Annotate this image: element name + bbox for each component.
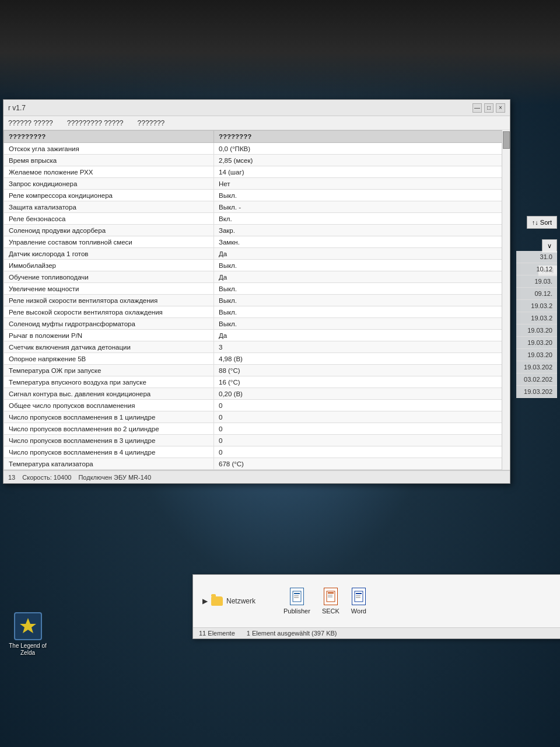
word-icon bbox=[352, 588, 366, 605]
svg-rect-2 bbox=[294, 595, 299, 596]
table-cell-value: Да bbox=[214, 248, 510, 260]
publisher-label: Publisher bbox=[284, 608, 310, 615]
table-cell-parameter: Соленоид муфты гидротрансформатора bbox=[4, 318, 214, 330]
table-cell-value: 678 (°C) bbox=[214, 458, 510, 470]
table-cell-value: Замкн. bbox=[214, 236, 510, 248]
table-body: Отскок угла зажигания0,0 (°ПКВ)Время впр… bbox=[4, 143, 510, 470]
file-manager-status: 11 Elemente 1 Element ausgewählt (397 KB… bbox=[193, 627, 560, 638]
svg-rect-8 bbox=[355, 591, 363, 602]
date-item-9: 19.03.20 bbox=[516, 349, 557, 361]
table-cell-parameter: Реле бензонасоса bbox=[4, 213, 214, 225]
status-speed: 13 bbox=[8, 474, 15, 481]
file-item-seck[interactable]: SECK bbox=[322, 588, 340, 615]
table-cell-parameter: Число пропусков воспламенения в 3 цилинд… bbox=[4, 435, 214, 446]
desktop-icon-zelda[interactable]: The Legend of Zelda bbox=[6, 612, 50, 657]
sort-label: Sort bbox=[540, 219, 552, 226]
file-item-publisher[interactable]: Publisher bbox=[284, 588, 310, 615]
status-connection: Подключен ЭБУ MR-140 bbox=[78, 474, 151, 481]
table-cell-value: 14 (шаг) bbox=[214, 166, 510, 178]
table-cell-value: Выкл. bbox=[214, 295, 510, 306]
table-cell-parameter: Иммобилайзер bbox=[4, 260, 214, 271]
menu-item-2[interactable]: ????????? ????? bbox=[65, 118, 126, 128]
folder-icon bbox=[211, 596, 223, 606]
file-tree-item-netzwerk[interactable]: ▶ Netzwerk bbox=[198, 580, 260, 623]
file-count: 11 Elemente bbox=[199, 630, 235, 637]
table-row: Температура катализатора678 (°C) bbox=[4, 458, 510, 470]
seck-label: SECK bbox=[322, 608, 340, 615]
table-row: Температура ОЖ при запуске88 (°C) bbox=[4, 365, 510, 376]
table-row: Число пропусков воспламенения во 2 цилин… bbox=[4, 423, 510, 435]
table-row: Сигнал контура выс. давления кондиционер… bbox=[4, 388, 510, 400]
menu-item-3[interactable]: ??????? bbox=[135, 118, 167, 128]
table-row: ИммобилайзерВыкл. bbox=[4, 260, 510, 271]
table-cell-parameter: Сигнал контура выс. давления кондиционер… bbox=[4, 388, 214, 400]
table-cell-value: 2,85 (мсек) bbox=[214, 155, 510, 166]
svg-rect-1 bbox=[294, 593, 300, 594]
table-cell-value: 0 bbox=[214, 446, 510, 458]
seck-icon bbox=[324, 588, 338, 605]
table-cell-value: Выкл. bbox=[214, 283, 510, 295]
date-item-7: 19.03.20 bbox=[516, 324, 557, 337]
maximize-button[interactable]: □ bbox=[484, 103, 494, 113]
table-row: Защита катализатораВыкл. - bbox=[4, 201, 510, 213]
table-row: Общее число пропусков воспламенения0 bbox=[4, 400, 510, 411]
table-cell-parameter: Число пропусков воспламенения во 2 цилин… bbox=[4, 423, 214, 435]
file-selected: 1 Element ausgewählt (397 KB) bbox=[247, 630, 337, 637]
date-item-2: 10.12 bbox=[516, 263, 557, 275]
table-row: Соленоид муфты гидротрансформатораВыкл. bbox=[4, 318, 510, 330]
svg-rect-11 bbox=[356, 597, 360, 598]
close-button[interactable]: × bbox=[496, 103, 505, 113]
expand-icon: ▶ bbox=[202, 597, 208, 605]
main-app-window: r v1.7 — □ × ?????? ????? ????????? ????… bbox=[3, 99, 510, 484]
table-cell-parameter: Желаемое положение РХХ bbox=[4, 166, 214, 178]
table-row: Число пропусков воспламенения в 3 цилинд… bbox=[4, 435, 510, 446]
table-cell-value: 16 (°C) bbox=[214, 376, 510, 388]
table-cell-parameter: Реле низкой скорости вентилятора охлажде… bbox=[4, 295, 214, 306]
table-row: Температура впускного воздуха при запуск… bbox=[4, 376, 510, 388]
scrollbar-thumb[interactable] bbox=[503, 131, 510, 149]
table-cell-value: 3 bbox=[214, 341, 510, 353]
table-row: Увеличение мощностиВыкл. bbox=[4, 283, 510, 295]
table-cell-parameter: Температура ОЖ при запуске bbox=[4, 365, 214, 376]
table-row: Реле бензонасосаВкл. bbox=[4, 213, 510, 225]
table-cell-value: 4,98 (В) bbox=[214, 353, 510, 365]
table-cell-parameter: Соленоид продувки адсорбера bbox=[4, 225, 214, 236]
scrollbar[interactable] bbox=[502, 130, 510, 470]
table-row: Число пропусков воспламенения в 4 цилинд… bbox=[4, 446, 510, 458]
date-item-12: 19.03.202 bbox=[516, 386, 557, 398]
table-row: Счетчик включения датчика детонации3 bbox=[4, 341, 510, 353]
table-row: Отскок угла зажигания0,0 (°ПКВ) bbox=[4, 143, 510, 155]
status-bar: 13 Скорость: 10400 Подключен ЭБУ MR-140 bbox=[4, 470, 510, 483]
file-manager-window: ▶ Netzwerk Publisher bbox=[192, 574, 560, 639]
sort-button[interactable]: ↑↓ Sort bbox=[527, 216, 557, 229]
table-cell-parameter: Рычаг в положении P/N bbox=[4, 330, 214, 341]
date-item-4: 09.12. bbox=[516, 288, 557, 300]
table-cell-value: 0 bbox=[214, 435, 510, 446]
date-item-8: 19.03.20 bbox=[516, 337, 557, 349]
word-label: Word bbox=[351, 608, 366, 615]
table-cell-parameter: Запрос кондиционера bbox=[4, 178, 214, 190]
zelda-icon-label: The Legend of Zelda bbox=[6, 643, 50, 657]
file-manager-content: ▶ Netzwerk Publisher bbox=[193, 575, 560, 627]
data-table: ????????? ???????? Отскок угла зажигания… bbox=[4, 130, 510, 470]
chevron-down-icon: ∨ bbox=[547, 242, 552, 249]
table-cell-parameter: Датчик кислорода 1 готов bbox=[4, 248, 214, 260]
right-dates-panel: 31.0 10.12 19.03. 09.12. 19.03.2 19.03.2… bbox=[516, 251, 557, 398]
title-bar: r v1.7 — □ × bbox=[4, 100, 510, 116]
zelda-icon-image bbox=[14, 612, 42, 640]
svg-rect-3 bbox=[294, 597, 299, 598]
table-row: Рычаг в положении P/NДа bbox=[4, 330, 510, 341]
data-table-container: ????????? ???????? Отскок угла зажигания… bbox=[4, 130, 510, 470]
table-cell-value: Выкл. bbox=[214, 190, 510, 201]
minimize-button[interactable]: — bbox=[473, 103, 482, 113]
table-cell-parameter: Число пропусков воспламенения в 1 цилинд… bbox=[4, 411, 214, 423]
folder-label: Netzwerk bbox=[226, 597, 256, 605]
file-item-word[interactable]: Word bbox=[351, 588, 366, 615]
menu-item-1[interactable]: ?????? ????? bbox=[6, 118, 55, 128]
table-cell-value: Выкл. - bbox=[214, 201, 510, 213]
menu-bar: ?????? ????? ????????? ????? ??????? bbox=[4, 116, 510, 130]
sort-icon: ↑↓ bbox=[532, 219, 538, 226]
table-cell-parameter: Управление составом топливной смеси bbox=[4, 236, 214, 248]
table-cell-value: Да bbox=[214, 271, 510, 283]
table-row: Управление составом топливной смесиЗамкн… bbox=[4, 236, 510, 248]
